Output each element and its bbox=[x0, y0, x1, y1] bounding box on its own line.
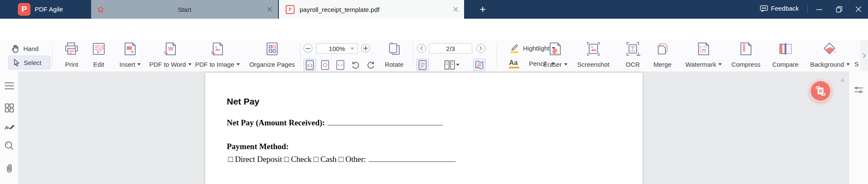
select-tool[interactable]: Select bbox=[8, 56, 50, 69]
scroll-up-arrow-icon[interactable] bbox=[840, 78, 845, 82]
tab-start-label: Start bbox=[91, 6, 278, 13]
doc-heading: Net Pay bbox=[227, 96, 259, 107]
screenshot-button[interactable]: Screenshot bbox=[573, 42, 614, 69]
chevron-right-icon bbox=[862, 53, 866, 58]
fill-in-blank bbox=[369, 155, 456, 162]
pdf-to-word-floating-button[interactable]: W bbox=[810, 80, 832, 102]
search-panel-icon[interactable] bbox=[4, 141, 14, 151]
print-label: Print bbox=[65, 61, 78, 68]
app-logo-letter: P bbox=[22, 5, 27, 14]
ribbon-toolbar: Hand Select Print Edit Insert bbox=[0, 40, 868, 72]
pdf-to-image-label: PDF to Image bbox=[195, 61, 240, 68]
watermark-button[interactable]: Watermark bbox=[682, 42, 725, 69]
minimize-icon[interactable] bbox=[816, 9, 823, 10]
background-label: Background bbox=[810, 61, 849, 68]
ribbon-overflow-button[interactable] bbox=[860, 40, 868, 71]
doc-payment-options-line: □ Direct Deposit □ Check □ Cash □ Other: bbox=[228, 155, 456, 164]
print-button[interactable]: Print bbox=[59, 42, 84, 69]
restore-window-icon[interactable] bbox=[836, 6, 843, 13]
background-button[interactable]: Background bbox=[807, 42, 852, 69]
title-bar: P PDF Agile Start P payroll_receipt_temp… bbox=[0, 0, 868, 19]
left-tool-rail bbox=[0, 71, 19, 184]
dropdown-arrow-icon bbox=[564, 63, 568, 65]
fill-in-blank bbox=[328, 118, 443, 125]
pdf-to-word-button[interactable]: W PDF to Word bbox=[147, 42, 194, 69]
properties-sliders-icon[interactable] bbox=[854, 86, 863, 94]
scrolling-view-button[interactable] bbox=[473, 59, 486, 71]
bookmarks-panel-icon[interactable] bbox=[4, 103, 14, 113]
rotate-ccw-button[interactable] bbox=[349, 59, 362, 71]
dropdown-arrow-icon bbox=[718, 63, 722, 65]
compare-label: Compare bbox=[772, 61, 798, 68]
separator bbox=[300, 43, 300, 67]
previous-page-button[interactable] bbox=[417, 44, 426, 53]
feedback-button[interactable]: Feedback bbox=[760, 5, 799, 12]
zoom-level-value: 100% bbox=[329, 45, 345, 52]
new-tab-button[interactable]: + bbox=[480, 4, 486, 14]
rotate-icon bbox=[387, 42, 402, 56]
edit-button[interactable]: Edit bbox=[86, 42, 111, 69]
organize-pages-label: Organize Pages bbox=[249, 61, 295, 68]
dropdown-arrow-icon[interactable] bbox=[456, 64, 459, 66]
compress-icon bbox=[739, 42, 753, 56]
rotate-cw-button[interactable] bbox=[364, 59, 377, 71]
tab-document[interactable]: P payroll_receipt_template.pdf bbox=[279, 0, 464, 19]
dropdown-arrow-icon[interactable] bbox=[351, 48, 354, 50]
screenshot-label: Screenshot bbox=[577, 61, 609, 68]
titlebar-separator bbox=[807, 5, 808, 14]
eraser-label: Eraser bbox=[543, 61, 567, 68]
print-icon bbox=[64, 42, 79, 56]
pdf-page[interactable]: Net Pay Net Pay (Amount Received): Payme… bbox=[205, 73, 643, 184]
tab-document-close-icon[interactable] bbox=[453, 7, 458, 12]
rotate-label: Rotate bbox=[385, 61, 403, 68]
feedback-icon bbox=[760, 5, 768, 12]
pdf-to-image-button[interactable]: PDF to Image bbox=[193, 42, 242, 69]
single-page-view-button[interactable] bbox=[416, 59, 429, 71]
pdf-to-word-label: PDF to Word bbox=[149, 61, 191, 68]
merge-label: Merge bbox=[654, 61, 672, 68]
ocr-button[interactable]: OCR bbox=[620, 42, 645, 69]
svg-text:W: W bbox=[818, 89, 823, 93]
organize-pages-icon bbox=[265, 42, 279, 56]
separator bbox=[413, 43, 413, 67]
dropdown-arrow-icon bbox=[137, 63, 141, 65]
fit-page-button[interactable] bbox=[319, 59, 331, 71]
compress-button[interactable]: Compress bbox=[728, 42, 764, 69]
merge-button[interactable]: Merge bbox=[648, 42, 677, 69]
pdf-agile-window: P PDF Agile Start P payroll_receipt_temp… bbox=[0, 0, 868, 184]
right-panel-rail bbox=[849, 71, 868, 184]
close-window-icon[interactable] bbox=[855, 6, 862, 12]
text-style-icon: Aa bbox=[509, 58, 520, 69]
next-page-button[interactable] bbox=[476, 44, 485, 53]
tab-start[interactable]: Start bbox=[91, 0, 278, 19]
insert-button[interactable]: Insert bbox=[115, 42, 145, 69]
compare-icon bbox=[778, 42, 793, 56]
tab-start-close-icon[interactable] bbox=[267, 7, 272, 12]
organize-pages-button[interactable]: Organize Pages bbox=[247, 42, 298, 69]
watermark-icon bbox=[697, 42, 710, 56]
zoom-out-button[interactable] bbox=[303, 44, 312, 53]
content-area: Net Pay Net Pay (Amount Received): Payme… bbox=[0, 71, 868, 184]
dropdown-arrow-icon bbox=[236, 63, 240, 65]
clipped-tool-label: S bbox=[854, 60, 859, 68]
pdf-file-icon: P bbox=[286, 5, 295, 14]
two-page-view-button[interactable] bbox=[442, 59, 461, 71]
tab-document-label: payroll_receipt_template.pdf bbox=[300, 6, 379, 13]
actual-size-button[interactable]: 1:1 bbox=[303, 59, 316, 71]
dropdown-arrow-icon bbox=[846, 63, 850, 65]
eraser-icon bbox=[548, 42, 562, 56]
rotate-button[interactable]: Rotate bbox=[382, 42, 406, 69]
select-cursor-icon bbox=[12, 58, 21, 67]
zoom-in-button[interactable] bbox=[361, 44, 370, 53]
signature-panel-icon[interactable] bbox=[4, 122, 15, 132]
thumbnails-panel-icon[interactable] bbox=[4, 82, 14, 90]
zoom-level-box[interactable]: 100% bbox=[316, 43, 358, 54]
compare-button[interactable]: Compare bbox=[768, 42, 802, 69]
hand-tool[interactable]: Hand bbox=[11, 43, 39, 54]
watermark-label: Watermark bbox=[685, 61, 722, 68]
fit-width-button[interactable] bbox=[334, 59, 347, 71]
insert-label: Insert bbox=[120, 61, 141, 68]
page-indicator-box[interactable]: 2/3 bbox=[429, 43, 472, 54]
eraser-button[interactable]: Eraser bbox=[540, 42, 570, 69]
attachments-panel-icon[interactable] bbox=[4, 163, 14, 173]
